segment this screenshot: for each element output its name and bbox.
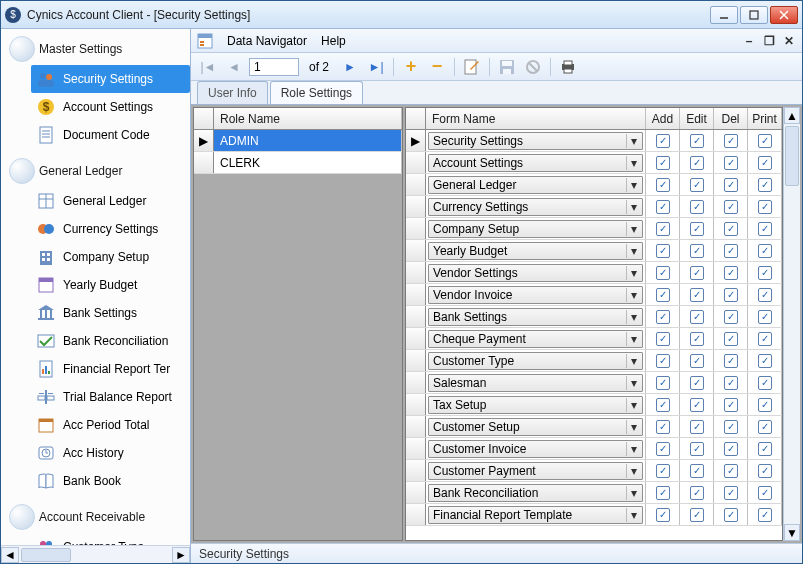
form-name-combo[interactable]: Salesman▾ — [428, 374, 643, 392]
perm-edit-cell[interactable]: ✓ — [680, 240, 714, 261]
checkbox[interactable]: ✓ — [758, 200, 772, 214]
perm-del-cell[interactable]: ✓ — [714, 460, 748, 481]
perm-del-cell[interactable]: ✓ — [714, 328, 748, 349]
checkbox[interactable]: ✓ — [758, 244, 772, 258]
chevron-down-icon[interactable]: ▾ — [626, 156, 640, 170]
checkbox[interactable]: ✓ — [724, 332, 738, 346]
perm-edit-cell[interactable]: ✓ — [680, 350, 714, 371]
chevron-down-icon[interactable]: ▾ — [626, 288, 640, 302]
record-position-input[interactable] — [249, 58, 299, 76]
form-name-combo[interactable]: Company Setup▾ — [428, 220, 643, 238]
nav-item[interactable]: Security Settings — [31, 65, 190, 93]
checkbox[interactable]: ✓ — [724, 376, 738, 390]
checkbox[interactable]: ✓ — [758, 376, 772, 390]
nav-item[interactable]: Customer Type — [5, 533, 190, 545]
checkbox[interactable]: ✓ — [656, 398, 670, 412]
perm-edit-cell[interactable]: ✓ — [680, 372, 714, 393]
perm-edit-cell[interactable]: ✓ — [680, 460, 714, 481]
form-name-combo[interactable]: Vendor Settings▾ — [428, 264, 643, 282]
cancel-button[interactable] — [522, 56, 544, 78]
checkbox[interactable]: ✓ — [656, 288, 670, 302]
edit-record-button[interactable] — [461, 56, 483, 78]
perm-del-cell[interactable]: ✓ — [714, 152, 748, 173]
checkbox[interactable]: ✓ — [724, 420, 738, 434]
perm-add-cell[interactable]: ✓ — [646, 240, 680, 261]
checkbox[interactable]: ✓ — [724, 464, 738, 478]
nav-item[interactable]: $Account Settings — [5, 93, 190, 121]
perm-print-cell[interactable]: ✓ — [748, 328, 782, 349]
checkbox[interactable]: ✓ — [656, 420, 670, 434]
checkbox[interactable]: ✓ — [758, 486, 772, 500]
form-name-combo[interactable]: Customer Payment▾ — [428, 462, 643, 480]
nav-item[interactable]: Acc History — [5, 439, 190, 467]
form-name-cell[interactable]: General Ledger▾ — [426, 174, 646, 195]
checkbox[interactable]: ✓ — [656, 508, 670, 522]
perm-add-cell[interactable]: ✓ — [646, 328, 680, 349]
form-name-cell[interactable]: Bank Settings▾ — [426, 306, 646, 327]
perm-print-cell[interactable]: ✓ — [748, 284, 782, 305]
close-button[interactable] — [770, 6, 798, 24]
perm-print-cell[interactable]: ✓ — [748, 350, 782, 371]
permissions-v-scrollbar[interactable]: ▲ ▼ — [783, 107, 800, 541]
perm-add-cell[interactable]: ✓ — [646, 196, 680, 217]
nav-group-header[interactable]: Account Receivable — [5, 501, 190, 533]
perm-add-cell[interactable]: ✓ — [646, 174, 680, 195]
form-name-combo[interactable]: General Ledger▾ — [428, 176, 643, 194]
checkbox[interactable]: ✓ — [656, 222, 670, 236]
checkbox[interactable]: ✓ — [690, 134, 704, 148]
checkbox[interactable]: ✓ — [690, 486, 704, 500]
checkbox[interactable]: ✓ — [656, 310, 670, 324]
checkbox[interactable]: ✓ — [690, 442, 704, 456]
chevron-down-icon[interactable]: ▾ — [626, 508, 640, 522]
chevron-down-icon[interactable]: ▾ — [626, 376, 640, 390]
chevron-down-icon[interactable]: ▾ — [626, 398, 640, 412]
checkbox[interactable]: ✓ — [724, 222, 738, 236]
checkbox[interactable]: ✓ — [690, 332, 704, 346]
nav-group-header[interactable]: Master Settings — [5, 33, 190, 65]
form-name-combo[interactable]: Customer Type▾ — [428, 352, 643, 370]
form-name-combo[interactable]: Yearly Budget▾ — [428, 242, 643, 260]
perm-add-cell[interactable]: ✓ — [646, 218, 680, 239]
perm-print-cell[interactable]: ✓ — [748, 262, 782, 283]
perm-edit-cell[interactable]: ✓ — [680, 328, 714, 349]
perm-del-cell[interactable]: ✓ — [714, 306, 748, 327]
form-name-cell[interactable]: Security Settings▾ — [426, 130, 646, 151]
perm-edit-cell[interactable]: ✓ — [680, 262, 714, 283]
nav-item[interactable]: Trial Balance Report — [5, 383, 190, 411]
chevron-down-icon[interactable]: ▾ — [626, 486, 640, 500]
checkbox[interactable]: ✓ — [758, 288, 772, 302]
perm-del-cell[interactable]: ✓ — [714, 416, 748, 437]
form-name-cell[interactable]: Customer Invoice▾ — [426, 438, 646, 459]
form-name-combo[interactable]: Cheque Payment▾ — [428, 330, 643, 348]
perm-edit-cell[interactable]: ✓ — [680, 306, 714, 327]
nav-item[interactable]: General Ledger — [5, 187, 190, 215]
form-name-cell[interactable]: Financial Report Template▾ — [426, 504, 646, 525]
chevron-down-icon[interactable]: ▾ — [626, 332, 640, 346]
checkbox[interactable]: ✓ — [724, 486, 738, 500]
checkbox[interactable]: ✓ — [758, 442, 772, 456]
scroll-left-icon[interactable]: ◄ — [1, 547, 19, 563]
tab-user-info[interactable]: User Info — [197, 81, 268, 104]
scroll-up-icon[interactable]: ▲ — [784, 107, 800, 124]
scroll-thumb[interactable] — [21, 548, 71, 562]
form-name-cell[interactable]: Customer Setup▾ — [426, 416, 646, 437]
perm-print-cell[interactable]: ✓ — [748, 306, 782, 327]
perm-print-cell[interactable]: ✓ — [748, 130, 782, 151]
nav-item[interactable]: Bank Reconciliation — [5, 327, 190, 355]
checkbox[interactable]: ✓ — [724, 508, 738, 522]
checkbox[interactable]: ✓ — [690, 376, 704, 390]
checkbox[interactable]: ✓ — [724, 398, 738, 412]
perm-del-cell[interactable]: ✓ — [714, 130, 748, 151]
perm-print-cell[interactable]: ✓ — [748, 240, 782, 261]
checkbox[interactable]: ✓ — [656, 354, 670, 368]
perm-edit-cell[interactable]: ✓ — [680, 394, 714, 415]
role-name-cell[interactable]: ADMIN — [214, 130, 402, 151]
menu-help[interactable]: Help — [321, 34, 346, 48]
checkbox[interactable]: ✓ — [656, 266, 670, 280]
form-name-cell[interactable]: Account Settings▾ — [426, 152, 646, 173]
nav-item[interactable]: Document Code — [5, 121, 190, 149]
form-name-cell[interactable]: Company Setup▾ — [426, 218, 646, 239]
perm-del-cell[interactable]: ✓ — [714, 218, 748, 239]
form-name-cell[interactable]: Customer Payment▾ — [426, 460, 646, 481]
checkbox[interactable]: ✓ — [724, 310, 738, 324]
